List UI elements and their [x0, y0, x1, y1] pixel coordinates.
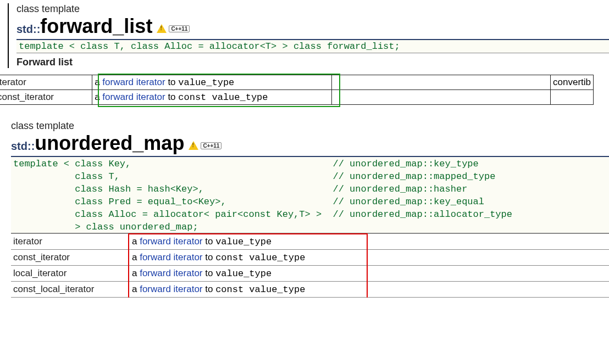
iterator-name: const_local_iterator — [11, 282, 130, 298]
table-row: iterator a forward iterator to value_typ… — [11, 234, 609, 250]
iterator-name: iterator — [0, 75, 92, 90]
cpp11-tag: C++11 — [169, 25, 190, 32]
desc-text: to — [203, 236, 216, 247]
table-row: local_iterator a forward iterator to val… — [11, 266, 609, 282]
desc-code: value_type — [178, 77, 234, 88]
forward-iterator-link[interactable]: forward iterator — [140, 284, 202, 294]
desc-code: const value_type — [215, 284, 305, 295]
desc-text: to — [165, 77, 179, 87]
cpp11-badge: C++11 — [157, 24, 190, 33]
table-row: const_local_iterator a forward iterator … — [11, 282, 609, 298]
iterator-desc: a forward iterator to value_type — [130, 266, 609, 282]
desc-text: to — [203, 252, 216, 262]
desc-text: a — [95, 92, 102, 102]
title-row: std:: forward_list C++11 — [16, 15, 609, 40]
iterator-table: iterator a forward iterator to value_typ… — [11, 233, 609, 298]
class-template-label: class template — [16, 3, 609, 15]
iterator-name: const_iterator — [0, 90, 92, 105]
empty-cell — [551, 90, 594, 105]
desc-text: a — [132, 284, 140, 294]
desc-text: to — [203, 284, 216, 294]
desc-text: to — [203, 268, 216, 278]
desc-code: value_type — [215, 268, 272, 279]
forward-iterator-link[interactable]: forward iterator — [102, 77, 165, 87]
iterator-desc: a forward iterator to const value_type — [130, 250, 609, 266]
warning-icon — [189, 141, 198, 150]
table-row: const_iterator a forward iterator to con… — [0, 90, 594, 105]
warning-icon — [157, 24, 167, 33]
title-row: std:: unordered_map C++11 — [11, 132, 609, 157]
forward-iterator-link[interactable]: forward iterator — [140, 252, 202, 262]
iterator-desc: a forward iterator to const value_type — [92, 90, 332, 105]
page-title: unordered_map — [35, 132, 184, 155]
namespace-prefix: std:: — [11, 140, 35, 153]
table-row: const_iterator a forward iterator to con… — [11, 250, 609, 266]
namespace-prefix: std:: — [16, 23, 40, 36]
desc-text: a — [132, 236, 140, 247]
desc-text: a — [132, 252, 140, 262]
template-prototype: template < class T, class Alloc = alloca… — [16, 40, 609, 53]
forward-iterator-link[interactable]: forward iterator — [102, 92, 165, 102]
desc-text: to — [165, 92, 179, 102]
iterator-name: local_iterator — [11, 266, 130, 282]
section-subheading: Forward list — [16, 57, 609, 68]
empty-cell — [332, 75, 551, 90]
desc-code: const value_type — [178, 92, 268, 103]
iterator-table: iterator a forward iterator to value_typ… — [0, 75, 594, 105]
convertible-cell: convertib — [551, 75, 594, 90]
desc-code: const value_type — [215, 253, 305, 263]
desc-text: a — [132, 268, 140, 278]
desc-code: value_type — [215, 237, 272, 247]
iterator-desc: a forward iterator to value_type — [130, 234, 609, 250]
table-row: iterator a forward iterator to value_typ… — [0, 75, 594, 90]
cpp11-tag: C++11 — [201, 142, 222, 149]
template-prototype: template < class Key, // unordered_map::… — [11, 157, 609, 233]
class-template-label: class template — [11, 120, 609, 132]
iterator-desc: a forward iterator to value_type — [92, 75, 332, 90]
forward-iterator-link[interactable]: forward iterator — [140, 268, 202, 278]
cpp11-badge: C++11 — [189, 141, 222, 150]
iterator-name: const_iterator — [11, 250, 130, 266]
empty-cell — [332, 90, 551, 105]
iterator-desc: a forward iterator to const value_type — [130, 282, 609, 298]
iterator-name: iterator — [11, 234, 130, 250]
desc-text: a — [95, 77, 102, 87]
page-title: forward_list — [40, 15, 152, 38]
forward-iterator-link[interactable]: forward iterator — [140, 236, 202, 247]
